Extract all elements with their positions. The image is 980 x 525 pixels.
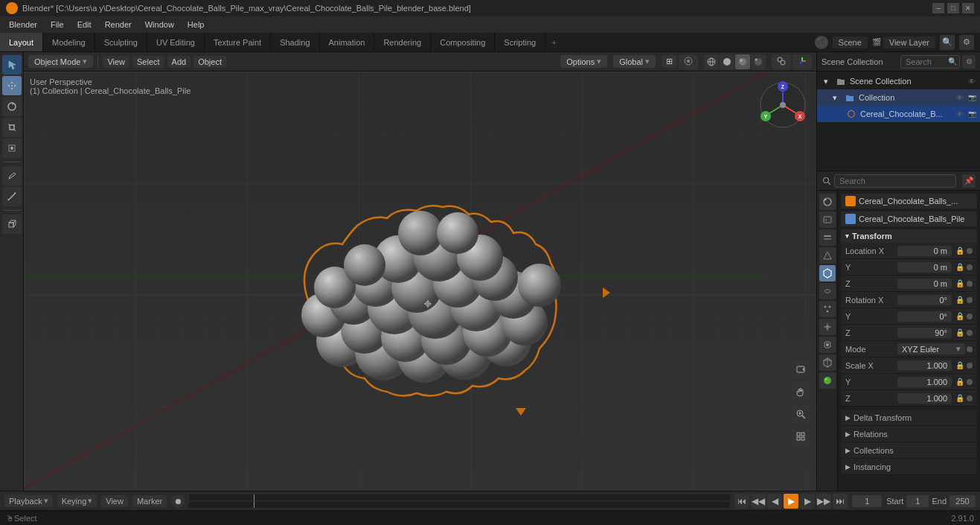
scale-z-keyframe[interactable] xyxy=(967,395,973,401)
scale-x-value[interactable]: 1.000 xyxy=(897,360,952,371)
scale-y-lock[interactable]: 🔒 xyxy=(955,378,965,386)
proportional-button[interactable] xyxy=(679,54,698,69)
outliner-row-scene-collection[interactable]: ▾ Scene Collection 👁 xyxy=(817,73,980,89)
tab-layout[interactable]: Layout xyxy=(0,33,43,51)
menu-help[interactable]: Help xyxy=(182,19,211,31)
rotation-z-keyframe[interactable] xyxy=(967,330,973,336)
tab-rendering[interactable]: Rendering xyxy=(374,33,431,51)
menu-blender[interactable]: Blender xyxy=(3,19,43,31)
add-cube-tool[interactable] xyxy=(2,214,22,234)
location-x-keyframe[interactable] xyxy=(967,248,973,254)
scale-x-keyframe[interactable] xyxy=(967,363,973,369)
tab-compositing[interactable]: Compositing xyxy=(431,33,495,51)
camera-icon[interactable]: 📷 xyxy=(967,92,977,103)
rotate-tool[interactable] xyxy=(2,97,22,116)
add-menu[interactable]: Add xyxy=(167,56,191,68)
transform-tool[interactable] xyxy=(2,139,22,158)
rendered-shading[interactable] xyxy=(751,54,766,69)
playback-menu[interactable]: Playback ▾ xyxy=(4,494,53,507)
rotation-x-lock[interactable]: 🔒 xyxy=(955,296,965,304)
rotation-mode-select[interactable]: XYZ Euler ▾ xyxy=(897,343,965,354)
zoom-button[interactable] xyxy=(791,404,810,424)
rotation-mode-dot[interactable] xyxy=(967,346,973,352)
keying-menu[interactable]: Keying ▾ xyxy=(57,494,97,507)
menu-file[interactable]: File xyxy=(45,19,70,31)
object-mode-dropdown[interactable]: Object Mode ▾ xyxy=(28,55,93,68)
eye-icon-3[interactable]: 👁 xyxy=(955,109,965,119)
annotate-tool[interactable] xyxy=(2,166,22,185)
object-props-icon[interactable] xyxy=(819,265,836,281)
render-props-icon[interactable] xyxy=(819,194,836,210)
relations-row[interactable]: ▶ Relations xyxy=(841,426,977,442)
cursor-tool[interactable] xyxy=(2,55,22,74)
scale-y-keyframe[interactable] xyxy=(967,379,973,385)
grid-view-button[interactable] xyxy=(791,427,810,446)
jump-start-button[interactable]: ⏮ xyxy=(734,494,749,509)
maximize-button[interactable]: □ xyxy=(947,3,959,13)
navigation-gizmo[interactable]: Z X Y xyxy=(757,79,809,131)
menu-window[interactable]: Window xyxy=(139,19,180,31)
scale-z-value[interactable]: 1.000 xyxy=(897,393,952,404)
jump-end-button[interactable]: ⏭ xyxy=(833,494,848,509)
location-y-value[interactable]: 0 m xyxy=(897,262,952,273)
menu-edit[interactable]: Edit xyxy=(71,19,97,31)
tab-modeling[interactable]: Modeling xyxy=(43,33,95,51)
props-search-input[interactable] xyxy=(834,174,956,188)
jump-next-keyframe-button[interactable]: ▶▶ xyxy=(816,494,831,509)
outliner-search-input[interactable] xyxy=(900,55,960,69)
location-z-value[interactable]: 0 m xyxy=(897,279,952,289)
rotation-x-value[interactable]: 0° xyxy=(897,295,952,305)
record-button[interactable]: ⏺ xyxy=(171,494,185,508)
data-props-icon[interactable] xyxy=(819,354,836,371)
material-props-icon[interactable] xyxy=(819,372,836,389)
material-shading[interactable] xyxy=(735,54,750,69)
location-x-value[interactable]: 0 m xyxy=(897,246,952,256)
view-menu-timeline[interactable]: View xyxy=(101,495,128,507)
rotation-y-value[interactable]: 0° xyxy=(897,311,952,322)
current-frame-display[interactable]: 1 xyxy=(852,495,882,507)
solid-shading[interactable] xyxy=(720,54,734,69)
outliner-row-collection[interactable]: ▾ Collection 👁 📷 xyxy=(817,89,980,106)
timeline-track[interactable] xyxy=(189,494,730,508)
options-dropdown[interactable]: Options ▾ xyxy=(560,55,607,68)
view-layer-props-icon[interactable] xyxy=(819,229,836,246)
jump-prev-keyframe-button[interactable]: ◀◀ xyxy=(751,494,766,509)
view-menu[interactable]: View xyxy=(103,56,129,68)
render-icon-3[interactable]: 📷 xyxy=(967,109,977,119)
rotation-x-keyframe[interactable] xyxy=(967,297,973,303)
scene-props-icon[interactable] xyxy=(819,247,836,264)
minimize-button[interactable]: ─ xyxy=(932,3,944,13)
rotation-y-keyframe[interactable] xyxy=(967,314,973,319)
step-back-button[interactable]: ◀ xyxy=(767,494,782,509)
eye-icon[interactable]: 👁 xyxy=(967,76,977,86)
viewport[interactable]: Object Mode ▾ View Select Add Object Opt… xyxy=(24,52,816,491)
location-z-keyframe[interactable] xyxy=(967,281,973,287)
select-menu[interactable]: Select xyxy=(132,56,164,68)
hand-pan-button[interactable] xyxy=(791,382,810,401)
tab-uv-editing[interactable]: UV Editing xyxy=(147,33,205,51)
tab-shading[interactable]: Shading xyxy=(271,33,319,51)
play-button[interactable]: ▶ xyxy=(784,494,798,509)
tab-texture-paint[interactable]: Texture Paint xyxy=(205,33,271,51)
view-layer-selector[interactable]: View Layer xyxy=(883,36,935,48)
global-dropdown[interactable]: Global ▾ xyxy=(613,55,656,68)
constraint-props-icon[interactable] xyxy=(819,337,836,353)
location-z-lock[interactable]: 🔒 xyxy=(955,279,965,287)
instancing-row[interactable]: ▶ Instancing xyxy=(841,459,977,475)
tab-scripting[interactable]: Scripting xyxy=(495,33,545,51)
overlay-button[interactable] xyxy=(772,54,791,69)
scale-tool[interactable] xyxy=(2,118,22,137)
location-y-keyframe[interactable] xyxy=(967,264,973,270)
tab-sculpting[interactable]: Sculpting xyxy=(95,33,147,51)
add-workspace-button[interactable]: + xyxy=(545,33,562,51)
marker-menu[interactable]: Marker xyxy=(132,495,167,507)
object-menu[interactable]: Object xyxy=(193,56,226,68)
scale-y-value[interactable]: 1.000 xyxy=(897,377,952,387)
filter-button[interactable]: ⚙ xyxy=(959,35,974,50)
move-tool[interactable] xyxy=(2,76,22,95)
outliner-row-object[interactable]: Cereal_Chocolate_B... 👁 📷 xyxy=(817,106,980,122)
window-controls[interactable]: ─ □ ✕ xyxy=(932,3,974,13)
rotation-z-lock[interactable]: 🔒 xyxy=(955,328,965,337)
step-forward-button[interactable]: ▶ xyxy=(800,494,815,509)
gizmo-button[interactable] xyxy=(792,54,812,69)
